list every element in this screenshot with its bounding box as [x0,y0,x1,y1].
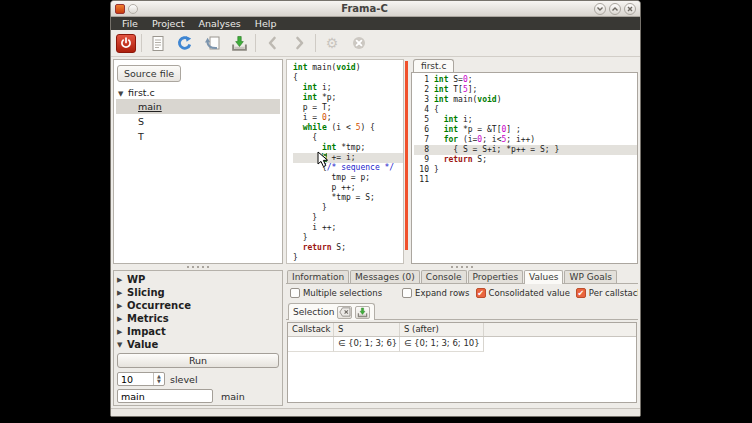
checkbox-expand-rows[interactable]: Expand rows [402,288,469,298]
minimize-button[interactable] [594,3,606,15]
column-header-callstack[interactable]: Callstack [288,323,334,336]
menu-item-help[interactable]: Help [248,17,284,30]
line-number: 2 [414,85,429,95]
code-line[interactable]: } [293,213,403,223]
code-line[interactable]: 7 for (i=0; i<5; i++) [414,135,637,145]
code-line[interactable]: while (i < 5) { [293,123,403,133]
code-line[interactable]: p ++; [293,183,403,193]
code-line[interactable]: 4{ [414,105,637,115]
code-line[interactable]: i = 0; [293,113,403,123]
code-line[interactable]: } [293,253,403,263]
tab-properties[interactable]: Properties [468,270,523,283]
save-session-button[interactable] [228,33,250,54]
app-icon [115,4,125,14]
close-button[interactable] [624,3,636,15]
tree-item-main[interactable]: main [116,99,280,114]
reload-button[interactable] [174,33,196,54]
expander-icon: ▶ [117,289,127,297]
tab-messages-0[interactable]: Messages (0) [350,270,420,283]
table-cell[interactable]: ∈ {0; 1; 3; 6; 10} [400,337,484,352]
tree-item-first-c[interactable]: ▼first.c [116,86,280,99]
code-line[interactable]: i ++; [293,223,403,233]
code-line[interactable]: *tmp = S; [293,193,403,203]
tab-wp-goals[interactable]: WP Goals [564,270,616,283]
code-line[interactable]: 11 [414,175,637,185]
slevel-input[interactable]: 10 ▲▼ [117,372,165,386]
checkbox-consolidated-value[interactable]: ✔Consolidated value [476,288,570,298]
original-source-code[interactable]: 1int S=0;2int T[5];3int main(void)4{5 in… [411,72,638,264]
code-line[interactable]: 10} [414,165,637,175]
section-slicing[interactable]: ▶Slicing [117,286,279,299]
code-line[interactable]: tmp = p; [293,173,403,183]
table-cell[interactable] [288,337,334,352]
settings-button[interactable]: ⚙ [321,33,343,54]
code-line[interactable]: p = T; [293,103,403,113]
section-occurrence[interactable]: ▶Occurrence [117,299,279,312]
code-line[interactable]: 3int main(void) [414,95,637,105]
checkbox-label: Multiple selections [303,288,382,298]
run-button[interactable]: Run [117,353,279,368]
section-label: Slicing [127,287,165,298]
code-line[interactable]: {/* sequence */ [293,163,403,173]
tree-item-t[interactable]: T [116,129,280,144]
code-line[interactable]: int main(void) [293,63,403,73]
menu-item-analyses[interactable]: Analyses [191,17,247,30]
code-line[interactable]: S += i; [293,153,403,163]
export-values-button[interactable] [355,306,370,319]
titlebar-menu-button[interactable] [128,4,138,14]
maximize-button[interactable] [609,3,621,15]
source-file-header-button[interactable]: Source file [117,65,181,82]
tab-first-c[interactable]: first.c [413,59,454,72]
column-header-s-after[interactable]: S (after) [400,323,484,336]
code-line[interactable]: int i; [293,83,403,93]
clear-selection-button[interactable] [337,306,352,319]
code-token: ) [497,95,502,104]
exit-button[interactable] [116,34,136,53]
code-line[interactable]: 8 { S = S+i; *p++ = S; } [414,145,637,155]
back-button[interactable] [261,33,283,54]
code-line[interactable]: int *tmp; [293,143,403,153]
section-metrics[interactable]: ▶Metrics [117,312,279,325]
normalized-code-panel[interactable]: int main(void){ int i; int *p; p = T; i … [286,59,404,264]
table-row[interactable]: ∈ {0; 1; 3; 6}∈ {0; 1; 3; 6; 10} [288,337,636,352]
section-impact[interactable]: ▶Impact [117,325,279,338]
menu-item-file[interactable]: File [115,17,145,30]
code-line[interactable]: } [293,203,403,213]
code-line[interactable]: } [293,233,403,243]
slevel-stepper[interactable]: ▲▼ [153,373,164,385]
titlebar[interactable]: Frama-C [111,1,640,17]
load-session-button[interactable] [201,33,223,54]
menu-item-project[interactable]: Project [145,17,192,30]
values-table: CallstackSS (after) ∈ {0; 1; 3; 6}∈ {0; … [287,322,637,403]
toolbar-separator [255,34,256,52]
source-file-button[interactable] [147,33,169,54]
code-line[interactable]: 5 int i; [414,115,637,125]
tab-selection[interactable]: Selection [288,303,375,320]
code-line[interactable]: 1int S=0; [414,75,637,85]
table-cell[interactable]: ∈ {0; 1; 3; 6} [334,337,400,352]
tab-information[interactable]: Information [287,270,349,283]
code-line[interactable]: 6 int *p = &T[0] ; [414,125,637,135]
stop-button[interactable] [348,33,370,54]
section-value[interactable]: ▼Value [117,338,279,351]
code-line[interactable]: 9 return S; [414,155,637,165]
toolbar-separator [315,34,316,52]
section-wp[interactable]: ▶WP [117,273,279,286]
source-file-icon [150,35,166,52]
tree-item-s[interactable]: S [116,114,280,129]
column-header-s[interactable]: S [334,323,400,336]
forward-button[interactable] [288,33,310,54]
code-line[interactable]: 2int T[5]; [414,85,637,95]
code-line[interactable]: { [293,133,403,143]
code-line[interactable]: return S; [293,243,403,253]
tab-console[interactable]: Console [421,270,467,283]
checkbox-per-callstack[interactable]: ✔Per callstack [576,288,638,298]
tab-values[interactable]: Values [524,270,563,284]
expander-icon[interactable]: ▼ [118,90,128,98]
code-line[interactable]: int *p; [293,93,403,103]
code-token: int [303,93,317,102]
code-line[interactable]: { [293,73,403,83]
main-function-input[interactable]: main [117,389,213,403]
panel-separator-bar[interactable] [405,61,408,250]
checkbox-multiple-selections[interactable]: Multiple selections [290,288,382,298]
